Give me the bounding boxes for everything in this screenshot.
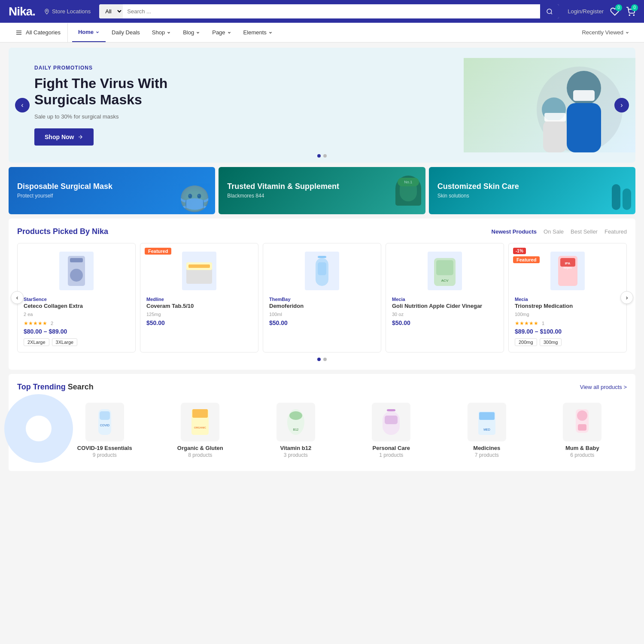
tab-best-seller[interactable]: Best Seller [571, 228, 598, 235]
products-tabs: Newest Products On Sale Best Seller Feat… [492, 228, 627, 235]
carousel-dots [17, 358, 627, 361]
search-input[interactable] [123, 5, 540, 18]
promo-card-vitamin[interactable]: Trusted Vitamin & Supplement Blackmores … [219, 167, 425, 214]
svg-point-45 [577, 410, 587, 421]
trending-item-5[interactable]: MED Medicines 7 products [442, 403, 532, 458]
nav-blog[interactable]: Blog [177, 23, 206, 42]
product-name-3: Demoferidon [269, 303, 375, 310]
cart-button[interactable]: 0 [626, 7, 635, 16]
login-link[interactable]: Login/Register [568, 8, 604, 15]
product-img-3 [269, 249, 375, 292]
product-price-3: $50.00 [269, 319, 375, 326]
nav-daily-deals[interactable]: Daily Deals [106, 23, 146, 42]
product-name-4: Goli Nutrition Apple Cider Vinegar [392, 303, 498, 310]
promo-card-mask-text: Disposable Surgical Mask Protect yoursel… [17, 182, 112, 199]
size-3xlarge[interactable]: 3XLarge [52, 338, 78, 346]
nav-home[interactable]: Home [72, 23, 106, 42]
products-next-button[interactable]: › [620, 291, 633, 304]
hero-prev-button[interactable]: ‹ [15, 98, 30, 112]
hero-dots [317, 154, 327, 158]
hero-dot-2[interactable] [323, 154, 327, 158]
product-price-4: $50.00 [392, 319, 498, 326]
site-header: Nika. Store Locations All Login/Register… [0, 0, 644, 23]
trending-item-4[interactable]: Personal Care 1 products [347, 403, 436, 458]
product-stars-1: ★★★★★ 2 [24, 319, 129, 326]
trending-img-4 [372, 403, 410, 441]
size-200mg[interactable]: 200mg [515, 338, 537, 346]
trending-count-4: 1 products [379, 452, 403, 458]
categories-label: All Categories [26, 29, 61, 36]
tab-on-sale[interactable]: On Sale [544, 228, 564, 235]
product-card-1[interactable]: StarSence Ceteco Collagen Extra 2 ea ★★★… [17, 243, 136, 352]
trending-count-2: 8 products [188, 452, 212, 458]
svg-rect-30 [100, 411, 110, 420]
trending-item-1[interactable]: COVID COVID-19 Essentials 9 products [60, 403, 149, 458]
hamburger-icon [15, 29, 22, 36]
trending-item-2[interactable]: ORGANIC Organic & Gluten 8 products [156, 403, 245, 458]
trending-img-2: ORGANIC [181, 403, 219, 441]
nav-shop[interactable]: Shop [146, 23, 177, 42]
svg-rect-23 [436, 260, 453, 275]
search-button[interactable] [540, 4, 559, 18]
product-badge-5: Featured [513, 256, 540, 263]
trending-item-3[interactable]: B12 Vitamin b12 3 products [251, 403, 340, 458]
hero-next-button[interactable]: › [614, 98, 629, 112]
product-card-2[interactable]: Featured Medline Coveram Tab.5/10 125mg … [140, 243, 258, 352]
main-nav: All Categories Home Daily Deals Shop Blo… [0, 23, 644, 43]
search-category-select[interactable]: All [99, 4, 123, 18]
products-section: Products Picked By Nika Newest Products … [9, 219, 635, 370]
product-sizes-1: 2XLarge 3XLarge [24, 338, 129, 346]
view-all-link[interactable]: View all products > [580, 384, 627, 390]
categories-menu[interactable]: All Categories [9, 23, 68, 42]
trending-section: Top Trending Search View all products > … [9, 374, 635, 471]
svg-rect-42 [479, 412, 495, 420]
promo-cards: Disposable Surgical Mask Protect yoursel… [9, 167, 635, 214]
hero-dot-1[interactable] [317, 154, 321, 158]
product-price-5: $89.00 – $100.00 [515, 328, 620, 335]
svg-point-2 [633, 15, 634, 15]
product-card-3[interactable]: ThemBay Demoferidon 100ml $50.00 [263, 243, 381, 352]
chevron-down-icon [625, 30, 629, 35]
wishlist-button[interactable]: 0 [610, 7, 620, 16]
trending-name-4: Personal Care [373, 445, 410, 451]
trending-count-5: 7 products [475, 452, 499, 458]
svg-text:MED: MED [483, 428, 490, 431]
product-badge-2: Featured [145, 248, 171, 255]
svg-point-36 [289, 411, 302, 420]
hero-cta-button[interactable]: Shop Now [34, 128, 94, 146]
tab-featured[interactable]: Featured [605, 228, 627, 235]
nav-page[interactable]: Page [206, 23, 237, 42]
trending-count-6: 6 products [570, 452, 594, 458]
svg-point-1 [629, 15, 630, 15]
products-section-header: Products Picked By Nika Newest Products … [17, 227, 627, 236]
svg-text:Wipes: Wipes [563, 266, 572, 270]
promo-card-skincare[interactable]: Customized Skin Care Skin solutions [429, 167, 635, 214]
product-size-5: 100mg [515, 312, 620, 317]
product-card-5[interactable]: -1% Featured IPA Wipes Mecia Trionstrep … [508, 243, 627, 352]
product-img-5: IPA Wipes [515, 249, 620, 292]
svg-text:COVID: COVID [100, 424, 109, 427]
size-300mg[interactable]: 300mg [540, 338, 562, 346]
products-section-title: Products Picked By Nika [17, 227, 108, 236]
search-icon [546, 8, 553, 15]
products-carousel: ‹ StarSence Ceteco Collagen Extra 2 ea [17, 243, 627, 352]
size-2xlarge[interactable]: 2XLarge [24, 338, 49, 346]
product-stars-5: ★★★★★ 1 [515, 319, 620, 326]
nav-elements[interactable]: Elements [237, 23, 279, 42]
trending-name-1: COVID-19 Essentials [77, 445, 132, 451]
carousel-dot-1[interactable] [317, 358, 321, 361]
promo-card-mask[interactable]: Disposable Surgical Mask Protect yoursel… [9, 167, 215, 214]
svg-point-0 [547, 9, 552, 14]
tab-newest[interactable]: Newest Products [492, 228, 537, 235]
svg-rect-8 [567, 103, 601, 152]
product-brand-5: Mecia [515, 297, 620, 302]
products-prev-button[interactable]: ‹ [11, 291, 24, 304]
recently-viewed[interactable]: Recently Viewed [576, 23, 635, 42]
store-location[interactable]: Store Locations [44, 8, 91, 15]
trending-item-6[interactable]: Mum & Baby 6 products [538, 403, 627, 458]
product-card-4[interactable]: ACV Mecia Goli Nutrition Apple Cider Vin… [386, 243, 504, 352]
svg-text:IPA: IPA [565, 261, 570, 265]
trending-img-1: COVID [85, 403, 124, 441]
product-brand-4: Mecia [392, 297, 498, 302]
carousel-dot-2[interactable] [323, 358, 327, 361]
